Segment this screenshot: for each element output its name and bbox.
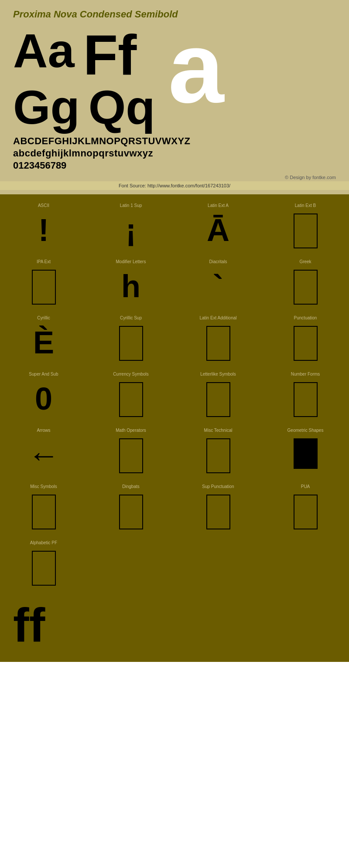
unicode-box (32, 495, 56, 529)
big-letters: Aa Ff Gg Qq (13, 27, 155, 131)
unicode-cell: Alphabetic PF (0, 536, 87, 592)
unicode-label: Latin Ext B (295, 203, 316, 208)
letter-ff: Ff (83, 27, 137, 83)
unicode-label: Number Forms (291, 372, 320, 376)
unicode-label: Geometric Shapes (287, 428, 324, 433)
unicode-box (119, 382, 143, 417)
numbers: 0123456789 (13, 160, 336, 171)
unicode-cell: Latin Ext B (262, 199, 349, 255)
unicode-box (119, 438, 143, 473)
unicode-label: Latin Ext Additional (199, 315, 236, 320)
unicode-glyph: ! (38, 211, 49, 248)
unicode-label: Modifier Letters (116, 259, 146, 264)
unicode-box (206, 438, 230, 473)
letter-qq: Qq (89, 83, 155, 131)
unicode-box (32, 270, 56, 305)
letter-gg: Gg (13, 83, 80, 131)
unicode-cell: Latin Ext AĀ (174, 199, 262, 255)
unicode-label: Currency Symbols (113, 372, 149, 376)
unicode-cell: Misc Technical (174, 424, 262, 480)
unicode-glyph: 0 (35, 380, 52, 417)
unicode-label: Misc Symbols (30, 484, 57, 489)
unicode-cell: IPA Ext (0, 255, 87, 311)
unicode-label: Dingbats (122, 484, 139, 489)
unicode-box (206, 495, 230, 529)
unicode-cell: Arrows← (0, 424, 87, 480)
ligature-ff: ff (13, 601, 45, 649)
unicode-cell (174, 536, 262, 592)
unicode-cell: Punctuation (262, 311, 349, 367)
unicode-cell: Modifier Lettersh (87, 255, 174, 311)
unicode-cell: CyrillicÈ (0, 311, 87, 367)
unicode-label: Super And Sub (29, 372, 58, 376)
unicode-label: IPA Ext (37, 259, 51, 264)
unicode-glyph: ← (28, 436, 59, 473)
unicode-cell: Misc Symbols (0, 480, 87, 536)
unicode-label: Punctuation (294, 315, 317, 320)
letter-aa: Aa (13, 27, 75, 75)
unicode-label: Diacritals (209, 259, 227, 264)
unicode-cell: Latin 1 Sup¡ (87, 199, 174, 255)
unicode-grid: ASCII!Latin 1 Sup¡Latin Ext AĀLatin Ext … (0, 199, 349, 592)
unicode-cell (262, 536, 349, 592)
unicode-cell: Math Operators (87, 424, 174, 480)
unicode-glyph: ` (213, 268, 223, 305)
unicode-cell: Currency Symbols (87, 367, 174, 424)
unicode-cell: Sup Punctuation (174, 480, 262, 536)
unicode-label: Arrows (37, 428, 50, 433)
unicode-label: Alphabetic PF (30, 540, 57, 545)
unicode-cell: Geometric Shapes (262, 424, 349, 480)
unicode-box (294, 382, 318, 417)
unicode-label: Sup Punctuation (202, 484, 234, 489)
unicode-box (294, 270, 318, 305)
unicode-box (206, 382, 230, 417)
lowercase-alphabet: abcdefghijklmnopqrstuvwxyz (13, 148, 336, 159)
unicode-label: ASCII (38, 203, 49, 208)
unicode-cell: Diacritals` (174, 255, 262, 311)
letters-row2: Gg Qq (13, 83, 155, 131)
dark-section: ASCII!Latin 1 Sup¡Latin Ext AĀLatin Ext … (0, 194, 349, 662)
unicode-label: Latin 1 Sup (120, 203, 142, 208)
unicode-label: Misc Technical (204, 428, 233, 433)
unicode-label: Math Operators (116, 428, 146, 433)
unicode-glyph: ¡ (126, 211, 136, 248)
header-section: Proxima Nova Condensed Semibold Aa Ff Gg… (0, 0, 349, 194)
big-a-white: a (168, 18, 224, 118)
unicode-glyph: h (121, 268, 140, 305)
unicode-cell: Dingbats (87, 480, 174, 536)
unicode-label: Cyrillic (37, 315, 50, 320)
letters-row1: Aa Ff (13, 27, 155, 83)
unicode-box (294, 326, 318, 361)
unicode-cell: Super And Sub0 (0, 367, 87, 424)
unicode-box (119, 326, 143, 361)
unicode-label: Letterlike Symbols (200, 372, 236, 376)
unicode-cell: Latin Ext Additional (174, 311, 262, 367)
unicode-cell: PUA (262, 480, 349, 536)
copyright: © Design by fontke.com (13, 175, 336, 180)
unicode-box (32, 551, 56, 586)
unicode-box (294, 214, 318, 248)
unicode-cell: Cyrillic Sup (87, 311, 174, 367)
uppercase-alphabet: ABCDEFGHIJKLMNOPQRSTUVWXYZ (13, 136, 336, 147)
unicode-cell: Number Forms (262, 367, 349, 424)
ligature-section: ff (0, 592, 349, 658)
unicode-label: PUA (301, 484, 310, 489)
unicode-cell (87, 536, 174, 592)
unicode-glyph: Ā (207, 211, 229, 248)
unicode-label: Cyrillic Sup (120, 315, 142, 320)
unicode-cell: ASCII! (0, 199, 87, 255)
unicode-label: Latin Ext A (208, 203, 229, 208)
unicode-box-filled (294, 438, 318, 469)
specimen-area: Aa Ff Gg Qq a (13, 27, 336, 131)
unicode-box (294, 495, 318, 529)
unicode-box (119, 495, 143, 529)
unicode-label: Greek (299, 259, 311, 264)
unicode-box (206, 326, 230, 361)
font-source: Font Source: http://www.fontke.com/font/… (0, 181, 349, 190)
unicode-cell: Greek (262, 255, 349, 311)
unicode-glyph: È (33, 324, 54, 361)
unicode-cell: Letterlike Symbols (174, 367, 262, 424)
